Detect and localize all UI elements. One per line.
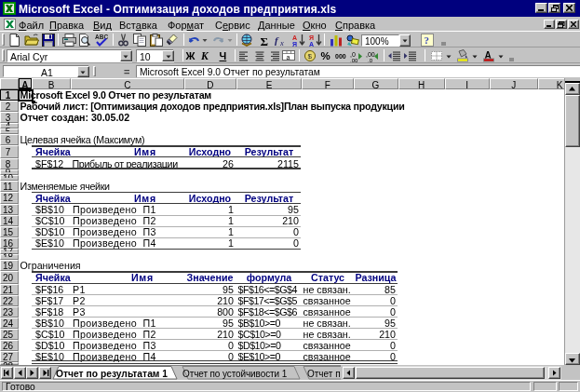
svg-text:,00: ,00 <box>350 57 358 62</box>
svg-text:000: 000 <box>335 52 346 59</box>
svg-text:Σ: Σ <box>260 34 268 47</box>
svg-text:x: x <box>279 37 284 47</box>
svg-text:f: f <box>275 34 279 46</box>
svg-text:,0: ,0 <box>368 57 373 62</box>
svg-text:А: А <box>309 40 314 47</box>
svg-text:a: a <box>286 53 290 60</box>
svg-text:А: А <box>292 34 297 40</box>
svg-text:?: ? <box>424 34 429 46</box>
svg-text:Я: Я <box>309 34 314 40</box>
svg-text:Я: Я <box>292 40 297 47</box>
svg-text:$: $ <box>307 52 312 61</box>
